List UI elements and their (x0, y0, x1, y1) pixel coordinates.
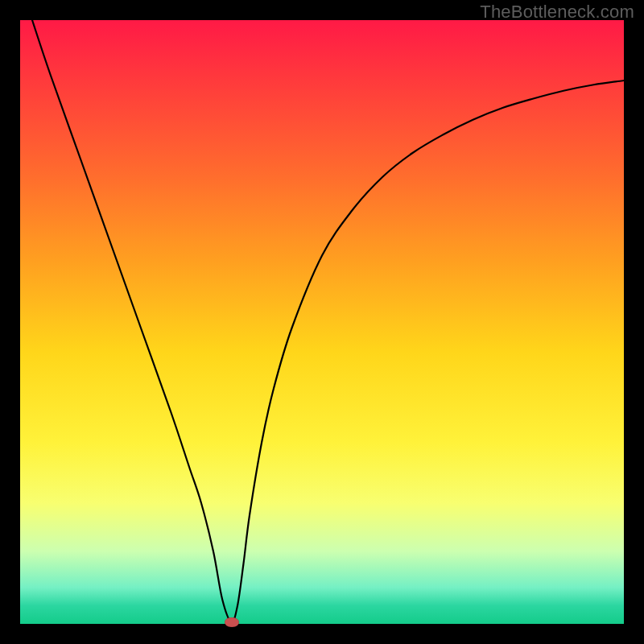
bottleneck-curve (20, 20, 624, 624)
plot-area (20, 20, 624, 624)
watermark-text: TheBottleneck.com (480, 2, 634, 23)
chart-frame: TheBottleneck.com (0, 0, 644, 644)
optimum-marker (225, 617, 239, 627)
